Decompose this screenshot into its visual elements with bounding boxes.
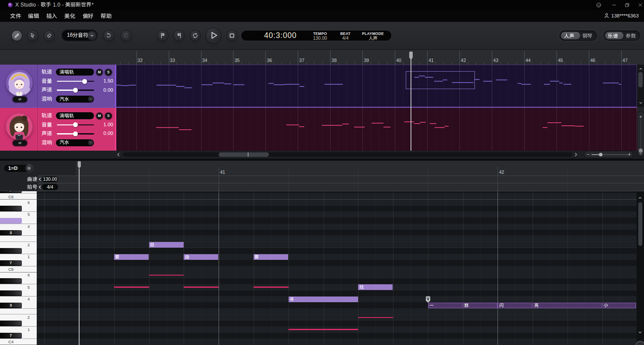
track-avatar[interactable] bbox=[6, 114, 32, 140]
piano-note[interactable] bbox=[149, 242, 184, 248]
toggle-option[interactable] bbox=[604, 31, 622, 40]
toggle-option[interactable] bbox=[560, 31, 578, 40]
hzoom-thumb[interactable] bbox=[599, 153, 602, 156]
tool-cursor-button[interactable] bbox=[28, 31, 38, 41]
tool-pencil-button[interactable] bbox=[12, 31, 22, 41]
mute-button[interactable]: M bbox=[96, 69, 103, 76]
window-close-button[interactable] bbox=[637, 1, 644, 9]
note-snap-chevron-button[interactable] bbox=[88, 31, 96, 40]
hscrollbar-track[interactable] bbox=[123, 152, 572, 157]
volume-slider-thumb[interactable] bbox=[73, 122, 78, 127]
key-black-F#5[interactable]: 3 bbox=[0, 230, 22, 236]
piano-note[interactable] bbox=[358, 284, 393, 290]
key-black-G#5[interactable] bbox=[0, 218, 22, 224]
tracks-vzoom-slider[interactable] bbox=[637, 111, 644, 156]
title-bar[interactable]: X Studio · 1.0 - * bbox=[0, 0, 644, 10]
hscrollbar-thumb[interactable] bbox=[219, 152, 269, 157]
piano-note[interactable] bbox=[428, 303, 463, 308]
menu-item-3[interactable] bbox=[46, 13, 57, 19]
stop-button[interactable] bbox=[227, 31, 237, 41]
piano-note[interactable] bbox=[602, 303, 636, 308]
reverb-select[interactable] bbox=[56, 139, 94, 146]
scroll-float-button[interactable] bbox=[636, 342, 644, 345]
key-black-G#4[interactable] bbox=[0, 290, 22, 296]
solo-button[interactable]: S bbox=[105, 69, 112, 76]
key-black-C#4[interactable]: 7 bbox=[0, 333, 22, 338]
menu-item-1[interactable] bbox=[10, 13, 21, 19]
piano-vscroll-thumb[interactable] bbox=[638, 202, 642, 246]
piano-note[interactable] bbox=[184, 254, 218, 260]
reverb-select[interactable] bbox=[56, 96, 94, 103]
window-maximize-button[interactable] bbox=[623, 1, 631, 9]
menu-item-6[interactable] bbox=[101, 13, 111, 19]
menu-item-4[interactable] bbox=[64, 13, 75, 19]
flag-start-button[interactable] bbox=[157, 31, 168, 41]
flag-end-button[interactable] bbox=[174, 31, 184, 41]
key-black-C#5[interactable]: 7 bbox=[0, 260, 22, 266]
track-content-1[interactable] bbox=[115, 65, 637, 107]
track-header-2[interactable]: MS1.000.00 bbox=[0, 108, 115, 151]
chevron-up-icon[interactable] bbox=[638, 66, 644, 72]
key-black-A#4[interactable] bbox=[0, 278, 22, 284]
note-snap-select[interactable]: 16 bbox=[62, 30, 97, 41]
piano-grid[interactable] bbox=[37, 191, 637, 345]
key-signature-pill[interactable]: 1=D bbox=[4, 165, 33, 172]
chevron-up-icon[interactable] bbox=[637, 195, 643, 201]
undo-button[interactable] bbox=[104, 31, 114, 41]
volume-slider-thumb[interactable] bbox=[82, 79, 87, 84]
chevron-down-icon[interactable] bbox=[638, 100, 644, 106]
mute-button[interactable]: M bbox=[96, 113, 103, 120]
piano-note[interactable] bbox=[463, 303, 498, 308]
chevron-left-icon[interactable] bbox=[116, 152, 121, 157]
param-value-pill-2[interactable]: 4/4 bbox=[42, 184, 58, 190]
param-value-pill-1[interactable]: 130.00 bbox=[42, 176, 58, 183]
play-button[interactable] bbox=[206, 28, 221, 43]
pan-slider-thumb[interactable] bbox=[73, 131, 78, 136]
piano-vscrollbar[interactable] bbox=[637, 191, 644, 345]
window-feedback-button[interactable] bbox=[595, 1, 602, 9]
track-avatar[interactable] bbox=[6, 70, 32, 96]
breath-marker[interactable] bbox=[425, 296, 430, 303]
window-minimize-button[interactable] bbox=[610, 1, 618, 9]
key-black-D#4[interactable] bbox=[0, 321, 22, 326]
key-settings-button[interactable] bbox=[26, 165, 33, 172]
key-black-F#4[interactable]: 3 bbox=[0, 303, 22, 308]
track-swap-button[interactable] bbox=[13, 140, 27, 146]
plus-icon[interactable] bbox=[638, 114, 643, 119]
piano-note[interactable] bbox=[533, 303, 602, 308]
piano-keyboard[interactable]: 7C66543217C56543217C46 bbox=[0, 191, 37, 345]
track-name-input[interactable] bbox=[56, 69, 94, 76]
tracks-ruler[interactable]: 32333435363738394041424344454647 bbox=[0, 50, 644, 65]
toggle-option[interactable] bbox=[578, 31, 597, 40]
track-swap-button[interactable] bbox=[13, 97, 27, 102]
track-content-2[interactable] bbox=[115, 108, 637, 151]
key-black-D#5[interactable] bbox=[0, 248, 22, 254]
redo-button[interactable] bbox=[121, 31, 132, 41]
loop-button[interactable] bbox=[190, 31, 201, 41]
tracks-vscrollbar[interactable] bbox=[637, 65, 644, 107]
minus-icon[interactable] bbox=[638, 152, 643, 156]
piano-note[interactable] bbox=[498, 303, 532, 308]
piano-note[interactable] bbox=[114, 254, 149, 260]
hzoom-slider[interactable] bbox=[584, 151, 634, 158]
track-name-input[interactable] bbox=[56, 112, 94, 119]
chevron-right-icon[interactable] bbox=[573, 152, 578, 157]
piano-note[interactable] bbox=[289, 297, 358, 302]
pan-slider-thumb[interactable] bbox=[73, 88, 78, 93]
reverb-chevron-button[interactable] bbox=[88, 96, 94, 102]
tool-eraser-button[interactable] bbox=[44, 31, 55, 41]
toggle-option[interactable] bbox=[622, 31, 640, 40]
key-black-A#5[interactable] bbox=[0, 206, 22, 211]
chevron-down-icon[interactable] bbox=[637, 329, 643, 335]
piano-note[interactable] bbox=[254, 254, 288, 260]
minus-icon[interactable] bbox=[586, 152, 591, 157]
track-header-1[interactable]: MS1.500.00 bbox=[0, 65, 115, 107]
track-beat-line bbox=[581, 108, 581, 151]
solo-button[interactable]: S bbox=[105, 113, 112, 120]
reverb-chevron-button[interactable] bbox=[88, 140, 94, 145]
account-badge[interactable]: 138****6363 bbox=[603, 12, 639, 19]
plus-icon[interactable] bbox=[627, 152, 632, 157]
menu-item-2[interactable] bbox=[28, 13, 39, 19]
menu-item-5[interactable] bbox=[83, 13, 94, 19]
tracks-vscroll-thumb[interactable] bbox=[638, 72, 643, 87]
